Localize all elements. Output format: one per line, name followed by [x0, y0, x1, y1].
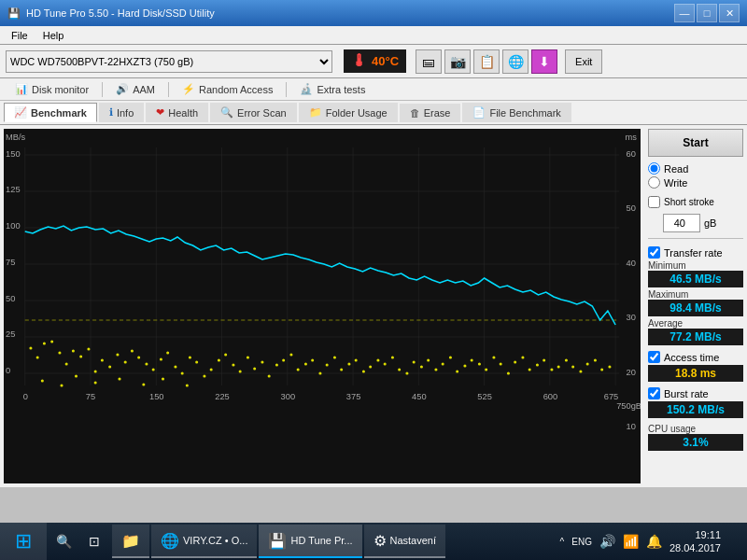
svg-point-97	[485, 369, 487, 371]
taskbar: ⊞ 🔍 ⊡ 📁 🌐 VIRY.CZ • O... 💾 HD Tune Pr...…	[0, 523, 747, 560]
browser-label: VIRY.CZ • O...	[183, 535, 247, 546]
download-icon-btn[interactable]: ⬇	[531, 49, 557, 74]
date-display: 28.04.2017	[669, 541, 721, 554]
access-time-checkbox[interactable]	[648, 351, 660, 363]
svg-point-107	[557, 366, 560, 369]
tab-random-access-label: Random Access	[199, 84, 273, 95]
taskbar-browser[interactable]: 🌐 VIRY.CZ • O...	[151, 525, 257, 558]
tray-network[interactable]: 📶	[623, 534, 639, 549]
drive-select[interactable]: WDC WD7500BPVT-22HXZT3 (750 gB)	[6, 50, 332, 73]
tab-health[interactable]: ❤ Health	[146, 103, 208, 122]
hdd-icon-btn[interactable]: 🖴	[416, 49, 442, 74]
tab-folder-usage[interactable]: 📁 Folder Usage	[299, 103, 398, 122]
tab-benchmark-label: Benchmark	[31, 107, 87, 119]
transfer-rate-checkbox[interactable]	[648, 246, 660, 259]
svg-point-121	[162, 378, 164, 381]
svg-point-49	[137, 357, 140, 359]
taskbar-apps: 📁 🌐 VIRY.CZ • O... 💾 HD Tune Pr... ⚙ Nas…	[108, 525, 551, 558]
tab-erase[interactable]: 🗑 Erase	[400, 104, 461, 122]
write-radio-label[interactable]: Write	[648, 176, 743, 189]
chart-area: MB/s 150 125 100 75 50 25 0 ms 60 50 40 …	[4, 129, 641, 483]
svg-point-112	[594, 359, 597, 362]
svg-point-120	[142, 384, 145, 386]
svg-point-44	[101, 359, 104, 362]
benchmark-chart: MB/s 150 125 100 75 50 25 0 ms 60 50 40 …	[4, 129, 641, 483]
taskbar-file-explorer[interactable]: 📁	[112, 525, 149, 558]
svg-point-94	[463, 365, 466, 368]
tray-volume[interactable]: 🔊	[599, 534, 615, 549]
start-menu-button[interactable]: ⊞	[0, 523, 47, 560]
svg-point-61	[224, 354, 227, 357]
taskbar-search-button[interactable]: 🔍	[47, 523, 80, 560]
svg-text:50: 50	[627, 203, 636, 213]
svg-point-96	[478, 363, 481, 366]
read-radio[interactable]	[648, 162, 660, 175]
screenshot-icon-btn[interactable]: 📷	[444, 49, 471, 74]
start-button[interactable]: Start	[648, 129, 743, 157]
clock[interactable]: 19:11 28.04.2017	[669, 528, 721, 555]
svg-text:300: 300	[281, 392, 296, 401]
svg-point-60	[218, 359, 220, 362]
tab-error-scan[interactable]: 🔍 Error Scan	[210, 103, 297, 122]
transfer-rate-checkbox-label[interactable]: Transfer rate	[648, 246, 743, 259]
svg-point-118	[94, 382, 97, 385]
tab-benchmark[interactable]: 📈 Benchmark	[4, 103, 97, 122]
maximize-button[interactable]: □	[697, 4, 717, 22]
write-label: Write	[664, 177, 687, 189]
task-view-button[interactable]: ⊡	[80, 523, 108, 560]
time-display: 19:11	[669, 528, 721, 541]
svg-rect-0	[4, 129, 641, 483]
tab-extra-tests[interactable]: 🔬 Extra tests	[290, 81, 374, 97]
svg-text:MB/s: MB/s	[6, 133, 26, 142]
minimize-button[interactable]: —	[674, 4, 695, 22]
svg-point-53	[166, 352, 169, 355]
access-time-checkbox-label[interactable]: Access time	[648, 351, 743, 363]
maximum-label: Maximum	[648, 289, 743, 300]
svg-point-104	[536, 364, 539, 367]
cpu-usage-section: CPU usage 3.1%	[648, 422, 743, 451]
burst-rate-checkbox[interactable]	[648, 387, 660, 399]
close-button[interactable]: ✕	[719, 4, 740, 22]
tab-info[interactable]: ℹ Info	[99, 103, 144, 122]
svg-point-115	[41, 380, 44, 383]
tray-arrow[interactable]: ^	[560, 537, 565, 547]
burst-rate-checkbox-label[interactable]: Burst rate	[648, 387, 743, 399]
health-icon: ❤	[156, 106, 164, 119]
read-label: Read	[664, 163, 688, 175]
tab-random-access[interactable]: ⚡ Random Access	[173, 81, 282, 97]
menu-file[interactable]: File	[4, 28, 35, 43]
read-radio-label[interactable]: Read	[648, 162, 743, 175]
svg-point-75	[326, 364, 329, 367]
tray-notification[interactable]: 🔔	[646, 534, 662, 549]
folder-usage-icon: 📁	[309, 106, 322, 119]
svg-point-82	[376, 359, 379, 362]
cpu-usage-value: 3.1%	[648, 434, 743, 451]
svg-point-92	[449, 357, 452, 359]
maximum-value: 98.4 MB/s	[648, 300, 743, 316]
exit-button[interactable]: Exit	[565, 49, 602, 74]
web-icon-btn[interactable]: 🌐	[502, 49, 529, 74]
tab-disk-monitor[interactable]: 📊 Disk monitor	[6, 81, 98, 97]
svg-point-95	[471, 359, 473, 362]
svg-text:40: 40	[627, 259, 636, 268]
svg-point-73	[311, 359, 314, 362]
taskbar-hdtune[interactable]: 💾 HD Tune Pr...	[259, 525, 361, 558]
svg-point-106	[550, 369, 553, 371]
svg-point-46	[116, 354, 119, 357]
transfer-rate-section: Transfer rate Minimum 46.5 MB/s Maximum …	[648, 245, 743, 345]
browser-icon: 🌐	[161, 532, 179, 550]
tab-file-benchmark[interactable]: 📄 File Benchmark	[462, 103, 571, 122]
short-stroke-value[interactable]	[663, 214, 700, 232]
taskbar-settings[interactable]: ⚙ Nastavení	[364, 525, 446, 558]
tab-folder-usage-label: Folder Usage	[326, 107, 388, 119]
svg-point-70	[289, 354, 292, 357]
short-stroke-checkbox[interactable]	[648, 196, 660, 208]
menu-help[interactable]: Help	[35, 28, 72, 43]
write-radio[interactable]	[648, 176, 660, 189]
cpu-usage-label: CPU usage	[648, 424, 743, 434]
copy-icon-btn[interactable]: 📋	[473, 49, 500, 74]
tab-aam[interactable]: 🔊 AAM	[106, 81, 164, 97]
hdtune-icon: 💾	[268, 532, 287, 550]
svg-text:450: 450	[412, 392, 427, 401]
tab-separator3	[286, 82, 287, 97]
